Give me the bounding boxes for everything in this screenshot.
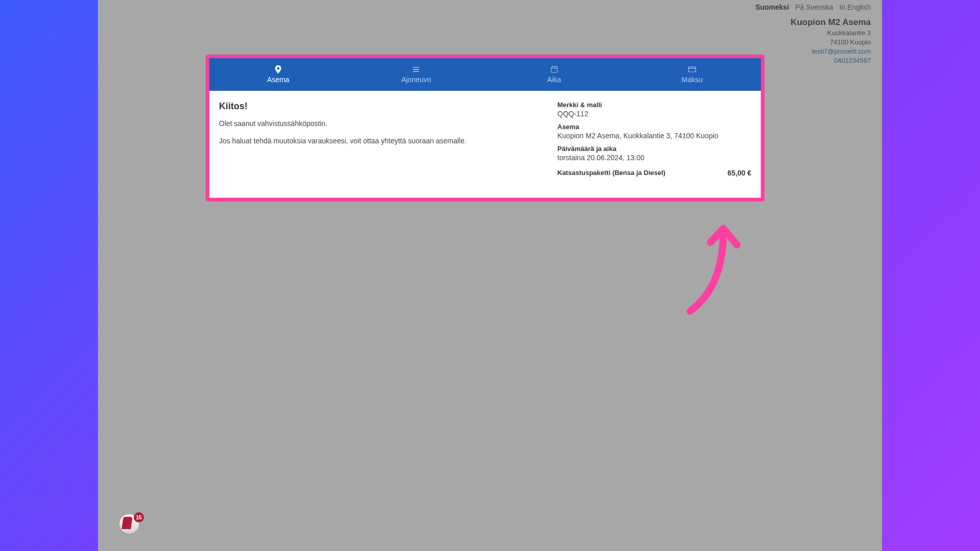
pin-icon: [274, 65, 282, 73]
tab-payment[interactable]: Maksu: [623, 58, 761, 91]
header-right: Suomeksi På Svenska In English Kuopion M…: [751, 3, 882, 66]
datetime-value: torstaina 20.06.2024, 13:00: [557, 154, 751, 162]
card-icon: [688, 65, 696, 73]
notification-count: 15: [134, 512, 144, 522]
station-name: Kuopion M2 Asema: [751, 16, 871, 29]
svg-rect-3: [551, 67, 557, 72]
app-badge[interactable]: 15: [119, 514, 142, 537]
station-postal: 74100 Kuopio: [751, 38, 871, 47]
calendar-icon: [550, 65, 558, 73]
confirmation-body: Kiitos! Olet saanut vahvistussähköpostin…: [209, 91, 761, 198]
booking-confirmation-card: Asema Ajoneuvo Aika: [206, 55, 765, 202]
make-label: Merkki & malli: [557, 101, 751, 109]
booking-details: Merkki & malli QQQ-112 Asema Kuopion M2 …: [557, 101, 751, 177]
station-detail-value: Kuopion M2 Asema, Kuokkalantie 3, 74100 …: [557, 132, 751, 140]
price-row: Katsastuspaketti (Bensa ja Diesel) 65,00…: [557, 169, 751, 177]
svg-rect-7: [689, 67, 696, 72]
annotation-arrow-icon: [675, 224, 746, 316]
station-detail-label: Asema: [557, 123, 751, 131]
tab-label: Maksu: [681, 76, 702, 84]
list-icon: [412, 65, 420, 73]
station-address: Kuokkalantie 3: [751, 29, 871, 38]
thanks-line-1: Olet saanut vahvistussähköpostin.: [219, 119, 547, 129]
lang-fi[interactable]: Suomeksi: [755, 3, 789, 11]
station-phone[interactable]: 0401234567: [751, 56, 871, 65]
lang-en[interactable]: In English: [840, 3, 871, 11]
station-email[interactable]: testi7@pronetti.com: [751, 47, 871, 56]
datetime-label: Päivämäärä ja aika: [557, 145, 751, 153]
tab-label: Asema: [267, 76, 289, 84]
thanks-title: Kiitos!: [219, 101, 547, 112]
tab-station[interactable]: Asema: [209, 58, 347, 91]
tab-label: Aika: [547, 76, 561, 84]
package-label: Katsastuspaketti (Bensa ja Diesel): [557, 169, 666, 177]
tab-label: Ajoneuvo: [401, 76, 431, 84]
tab-time[interactable]: Aika: [485, 58, 623, 91]
thanks-column: Kiitos! Olet saanut vahvistussähköpostin…: [219, 101, 557, 177]
lang-sv[interactable]: På Svenska: [795, 3, 834, 11]
thanks-line-2: Jos haluat tehdä muutoksia varaukseesi, …: [219, 136, 547, 146]
booking-tabs: Asema Ajoneuvo Aika: [209, 58, 761, 91]
station-info: Kuopion M2 Asema Kuokkalantie 3 74100 Ku…: [751, 16, 871, 66]
tab-vehicle[interactable]: Ajoneuvo: [347, 58, 485, 91]
price-value: 65,00 €: [727, 169, 751, 177]
make-value: QQQ-112: [557, 110, 751, 118]
language-switcher: Suomeksi På Svenska In English: [751, 3, 871, 11]
